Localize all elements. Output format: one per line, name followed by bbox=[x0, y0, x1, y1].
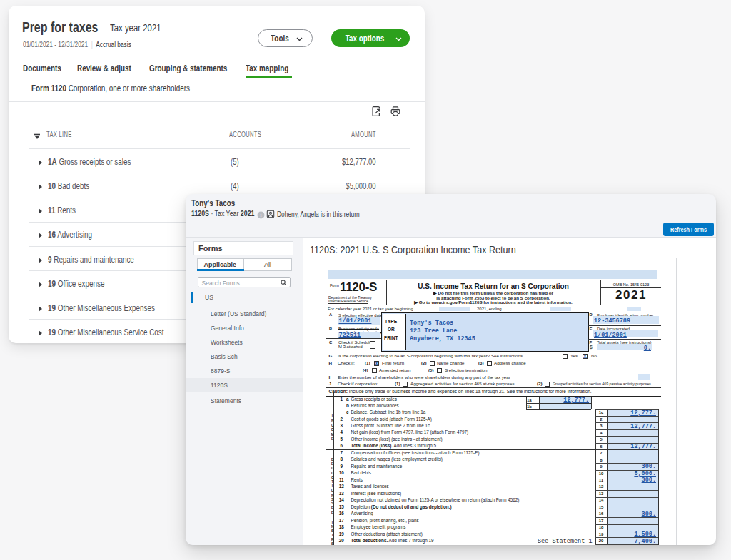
svg-text:i: i bbox=[260, 212, 261, 218]
